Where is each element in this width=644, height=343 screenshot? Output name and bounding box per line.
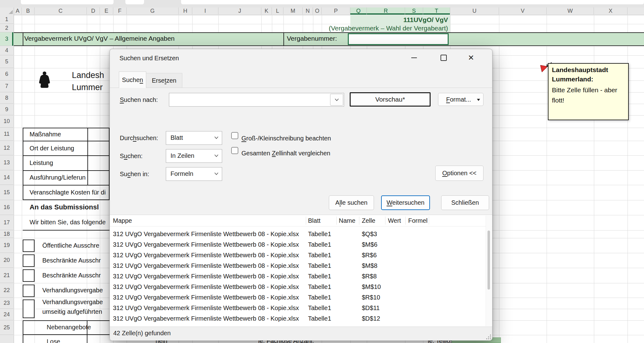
column-header-Q[interactable]: Q: [350, 7, 367, 15]
result-row[interactable]: 312 UVgO Vergabevermerk Firmenliste Wett…: [110, 240, 483, 250]
column-header-K[interactable]: K: [261, 7, 272, 15]
row-header-21[interactable]: 21: [0, 268, 13, 283]
result-row[interactable]: 312 UVgO Vergabevermerk Firmenliste Wett…: [110, 293, 483, 303]
match-case-label[interactable]: Groß-/Kleinschreibung beachten: [241, 135, 331, 142]
tab-ersetzen[interactable]: Ersetzen: [146, 73, 182, 88]
column-header-X[interactable]: X: [594, 7, 628, 15]
search-input[interactable]: [170, 94, 327, 105]
column-header-I[interactable]: I: [192, 7, 218, 15]
row-header-11[interactable]: 11: [0, 128, 13, 141]
entire-cell-label[interactable]: Gesamten Zellinhalt vergleichen: [241, 150, 330, 157]
result-row[interactable]: 312 UVgO Vergabevermerk Firmenliste Wett…: [110, 261, 483, 272]
row-header-1[interactable]: 1: [0, 15, 13, 24]
results-scrollbar[interactable]: [486, 216, 492, 326]
column-header-F[interactable]: F: [113, 7, 127, 15]
column-header-E[interactable]: E: [100, 7, 113, 15]
weitersuchen-button[interactable]: Weitersuchen: [381, 195, 430, 210]
row-header-14[interactable]: 14: [0, 170, 13, 185]
column-header-D[interactable]: D: [87, 7, 100, 15]
checkbox-cell[interactable]: [23, 269, 35, 282]
formula-input[interactable]: [181, 0, 644, 4]
checkbox-cell[interactable]: [23, 300, 35, 318]
durchsuchen-select[interactable]: Blatt: [166, 131, 222, 145]
row-header-7[interactable]: 7: [0, 80, 13, 92]
row-header-3[interactable]: 3: [0, 32, 13, 46]
column-header-V[interactable]: V: [499, 7, 547, 15]
cell-comment-note[interactable]: Landeshauptstadt Lummerland: Bitte Zelle…: [548, 63, 629, 120]
dialog-title[interactable]: Suchen und Ersetzen: [119, 55, 179, 62]
column-header-N[interactable]: N: [303, 7, 313, 15]
format-button[interactable]: Format...: [438, 93, 483, 106]
row-header-15[interactable]: 15: [0, 185, 13, 200]
column-header-G[interactable]: G: [127, 7, 179, 15]
suchen-select[interactable]: In Zeilen: [166, 149, 222, 163]
column-header-O[interactable]: O: [313, 7, 322, 15]
column-header-H[interactable]: H: [179, 7, 192, 15]
column-header-A[interactable]: A: [14, 7, 22, 15]
row-header-25[interactable]: 25: [0, 320, 13, 335]
row-header-24[interactable]: 24: [0, 309, 13, 320]
column-header-L[interactable]: L: [272, 7, 283, 15]
column-header-B[interactable]: B: [22, 7, 35, 15]
scrollbar-thumb[interactable]: [488, 231, 490, 290]
alle-suchen-button[interactable]: Alle suchen: [329, 195, 374, 210]
cell-subtitle-vergabevermerk[interactable]: (Vergabevermerk – Wahl der Vergabeart): [280, 24, 448, 32]
column-header-R[interactable]: R: [367, 7, 405, 15]
insert-function-button[interactable]: [125, 0, 144, 4]
checkbox-cell[interactable]: [23, 240, 35, 252]
select-all-corner[interactable]: [0, 7, 14, 15]
optionen-button[interactable]: Optionen <<: [435, 166, 483, 181]
column-header-W[interactable]: W: [547, 7, 594, 15]
column-header-P[interactable]: P: [322, 7, 350, 15]
result-row[interactable]: 312 UVgO Vergabevermerk Firmenliste Wett…: [110, 303, 483, 314]
result-row[interactable]: 312 UVgO Vergabevermerk Firmenliste Wett…: [110, 272, 483, 282]
results-header-mappe[interactable]: Mappe: [113, 217, 132, 224]
column-header-S[interactable]: S: [405, 7, 423, 15]
row-header-19[interactable]: 19: [0, 238, 13, 253]
suchen-in-select[interactable]: Formeln: [166, 167, 222, 181]
search-dropdown-button[interactable]: [330, 94, 343, 106]
results-header-blatt[interactable]: Blatt: [308, 217, 320, 224]
result-row[interactable]: 312 UVgO Vergabevermerk Firmenliste Wett…: [110, 229, 483, 240]
row-header-22[interactable]: 22: [0, 283, 13, 298]
tab-suchen[interactable]: Suchen: [119, 71, 146, 88]
row-header-23[interactable]: 23: [0, 298, 13, 309]
row-header-12[interactable]: 12: [0, 141, 13, 155]
column-header-C[interactable]: C: [35, 7, 87, 15]
column-header-U[interactable]: U: [450, 7, 499, 15]
results-header-wert[interactable]: Wert: [388, 217, 401, 224]
results-header-name[interactable]: Name: [339, 217, 355, 224]
checkbox-cell[interactable]: [23, 254, 35, 267]
cell-title-111uvgo[interactable]: 111UVgO/ VgV: [311, 16, 448, 24]
result-row[interactable]: 312 UVgO Vergabevermerk Firmenliste Wett…: [110, 314, 483, 324]
row-header-20[interactable]: 20: [0, 253, 13, 268]
row-header-8[interactable]: 8: [0, 92, 13, 104]
close-button[interactable]: ✕: [465, 52, 477, 63]
result-row[interactable]: 312 UVgO Vergabevermerk Firmenliste Wett…: [110, 282, 483, 293]
row-header-2[interactable]: 2: [0, 24, 13, 32]
row-header-13[interactable]: 13: [0, 155, 13, 170]
row-header-4[interactable]: 4: [0, 46, 13, 55]
result-row[interactable]: 312 UVgO Vergabevermerk Firmenliste Wett…: [110, 250, 483, 261]
row-header-9[interactable]: 9: [0, 104, 13, 115]
entire-cell-checkbox[interactable]: [231, 147, 238, 154]
active-cell-q3[interactable]: [348, 33, 449, 45]
minimize-button[interactable]: [408, 52, 420, 63]
column-header-J[interactable]: J: [218, 7, 261, 15]
checkbox-cell[interactable]: [23, 285, 35, 297]
row-header-10[interactable]: 10: [0, 115, 13, 128]
row-header-16[interactable]: 16: [0, 200, 13, 215]
results-header-zelle[interactable]: Zelle: [362, 217, 375, 224]
column-header-T[interactable]: T: [423, 7, 450, 15]
row-header-18[interactable]: 18: [0, 230, 13, 238]
vorschau-button[interactable]: Vorschau*: [350, 92, 431, 107]
name-box[interactable]: [21, 0, 114, 4]
row-header-6[interactable]: 6: [0, 68, 13, 80]
schliessen-button[interactable]: Schließen: [441, 195, 489, 210]
results-header-formel[interactable]: Formel: [408, 217, 427, 224]
row-header-5[interactable]: 5: [0, 55, 13, 68]
maximize-button[interactable]: [438, 52, 449, 63]
row-header-17[interactable]: 17: [0, 215, 13, 230]
resize-grip[interactable]: [486, 334, 491, 339]
column-header-M[interactable]: M: [283, 7, 303, 15]
